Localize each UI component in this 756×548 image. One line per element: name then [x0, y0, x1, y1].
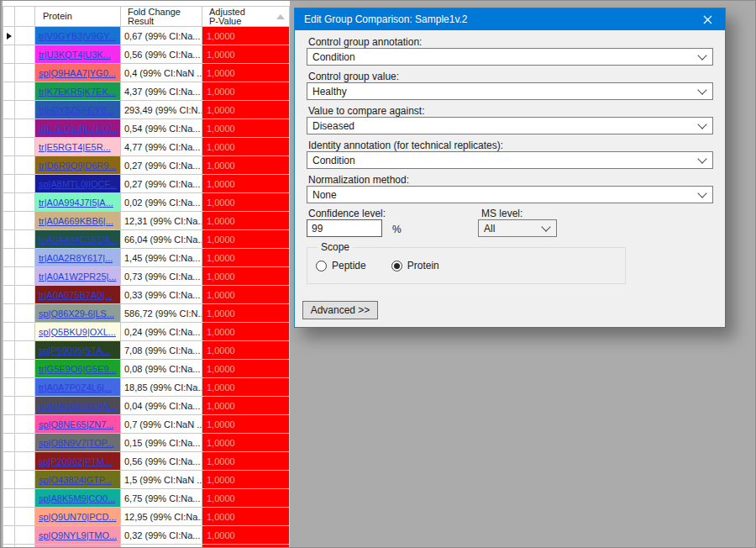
fold-change-cell: 0,27 (99% CI:Na... — [121, 156, 202, 175]
row-header-cell[interactable] — [3, 138, 15, 156]
protein-link[interactable]: sp|P59095|STA... — [39, 345, 110, 356]
protein-link[interactable]: sp|Q9UN70|PCD... — [39, 512, 117, 522]
protein-link[interactable]: tr|G5E9Q6|G5E9... — [39, 364, 117, 374]
column-header-protein[interactable]: Protein — [35, 6, 121, 27]
table-row: tr|A0A075B7A0|...0,33 (99% CI:Na...1,000… — [3, 286, 290, 304]
confidence-level-input[interactable]: 99 — [307, 219, 382, 237]
protein-cell: sp|Q9UN70|PCD... — [35, 508, 121, 526]
row-header-cell[interactable] — [3, 434, 15, 452]
row-header-cell[interactable] — [3, 27, 15, 45]
control-group-annotation-select[interactable]: Condition — [307, 48, 713, 66]
protein-radio[interactable] — [391, 261, 402, 271]
protein-link[interactable]: sp|Q86X29-6|LS... — [39, 308, 114, 319]
value-to-compare-select[interactable]: Diseased — [307, 117, 713, 134]
row-header-cell[interactable] — [3, 45, 15, 64]
protein-link[interactable]: sp|Q5BKU9|OXL... — [39, 327, 116, 337]
blank-cell — [15, 415, 35, 434]
protein-link[interactable]: tr|U3KQT4|U3K... — [39, 50, 111, 60]
protein-link[interactable]: sp|Q9HAA7|YG0... — [39, 68, 116, 78]
identity-annotation-select[interactable]: Condition — [307, 151, 713, 169]
protein-link[interactable]: sp|P20962|PTM... — [39, 456, 113, 466]
column-header-adjusted-pvalue[interactable]: AdjustedP-Value — [202, 6, 290, 27]
table-row: sp|Q86X29-6|LS...586,72 (99% CI:N...1,00… — [3, 304, 290, 323]
protein-cell: sp|Q86X29-6|LS... — [35, 304, 121, 323]
protein-link[interactable]: sp|Q9NYL9|TMO... — [39, 530, 117, 540]
fold-change-cell: 4,77 (99% CI:Na... — [121, 138, 202, 156]
scope-groupbox: Scope Peptide Protein — [307, 247, 626, 284]
row-header-cell[interactable] — [3, 193, 15, 212]
table-row: tr|A0A669KBB6|...12,31 (99% CI:Na...1,00… — [3, 212, 290, 230]
row-header-cell[interactable] — [3, 304, 15, 323]
row-header-cell[interactable] — [3, 489, 15, 508]
row-header-cell[interactable] — [3, 323, 15, 341]
close-button[interactable] — [690, 8, 725, 30]
row-header-cell[interactable] — [3, 156, 15, 175]
protein-cell: sp|P59095|STA... — [35, 341, 121, 360]
blank-cell — [15, 304, 35, 323]
protein-link[interactable]: tr|H0Y8Z5|H0Y8... — [39, 105, 113, 115]
normalization-method-select[interactable]: None — [307, 186, 713, 203]
value-to-compare-label: Value to compare against: — [308, 105, 425, 117]
row-header-cell[interactable] — [3, 378, 15, 397]
row-header-cell[interactable] — [3, 397, 15, 415]
protein-link[interactable]: tr|D6R9Q9|D6R9... — [39, 161, 117, 171]
protein-link[interactable]: sp|Q8NE65|ZN7... — [39, 419, 113, 429]
row-header-cell[interactable] — [3, 82, 15, 101]
row-header-cell[interactable] — [3, 526, 15, 545]
column-header-fold-change[interactable]: Fold ChangeResult — [121, 6, 202, 27]
dialog-title-bar: Edit Group Comparison: Sample1v.2 — [295, 8, 725, 30]
protein-link[interactable]: tr|A0A494C151|A... — [39, 234, 118, 245]
adjusted-pvalue-cell: 1,0000 — [202, 471, 290, 489]
peptide-radio[interactable] — [316, 261, 327, 271]
identity-annotation-label: Identity annotation (for technical repli… — [308, 140, 503, 151]
row-header-cell[interactable] — [3, 175, 15, 193]
row-header-cell[interactable] — [3, 286, 15, 304]
protein-link[interactable]: tr|A0A1W2PR25|... — [39, 271, 117, 282]
protein-link[interactable]: tr|E7EQE4|E7EQ... — [39, 124, 118, 134]
protein-cell: tr|D6R9Q9|D6R9... — [35, 156, 121, 175]
protein-link[interactable]: sp|O43824|GTP... — [39, 475, 112, 485]
row-header-cell[interactable] — [3, 471, 15, 489]
protein-cell: tr|V9GYB3|V9GY... — [35, 27, 121, 45]
row-header-cell[interactable] — [3, 101, 15, 119]
adjusted-pvalue-cell: 1,0000 — [202, 397, 290, 415]
protein-cell: sp|P20962|PTM... — [35, 452, 121, 471]
dialog-title: Edit Group Comparison: Sample1v.2 — [295, 13, 468, 25]
row-header-cell[interactable] — [3, 341, 15, 360]
protein-link[interactable]: sp|A8K5M9|CO0... — [39, 493, 115, 503]
protein-cell: sp|Q5BKU9|OXL... — [35, 323, 121, 341]
table-row: tr|A0A2R8Y617|...1,45 (99% CI:Na...1,000… — [3, 249, 290, 267]
row-header-cell[interactable] — [3, 452, 15, 471]
protein-link[interactable]: tr|A0A075B7A0|... — [39, 290, 113, 300]
protein-cell: tr|A0A994J7I5|A... — [35, 193, 121, 212]
protein-link[interactable]: sp|A8MTL0|IQCF... — [39, 179, 117, 189]
protein-link[interactable]: sp|Q8N9V7|TOP... — [39, 438, 114, 448]
protein-link[interactable]: tr|A0A2R8Y617|... — [39, 253, 113, 263]
row-header-cell[interactable] — [3, 508, 15, 526]
protein-link[interactable]: tr|A0A3B3ISX9|A... — [39, 401, 117, 411]
row-header-cell[interactable] — [3, 230, 15, 249]
protein-link[interactable]: tr|A0A7P0Z4L6|... — [39, 382, 112, 393]
protein-link[interactable]: tr|A0A669KBB6|... — [39, 216, 113, 226]
fold-change-cell: 0,27 (99% CI:Na... — [121, 175, 202, 193]
protein-cell: sp|Q9HAA7|YG0... — [35, 64, 121, 82]
row-header-cell[interactable] — [3, 212, 15, 230]
advanced-button[interactable]: Advanced >> — [302, 301, 378, 319]
app-window: Protein Fold ChangeResult AdjustedP-Valu… — [0, 0, 756, 548]
row-header-cell[interactable] — [3, 415, 15, 434]
row-header-cell[interactable] — [3, 249, 15, 267]
adjusted-pvalue-cell: 1,0000 — [202, 341, 290, 360]
row-header-cell[interactable] — [3, 267, 15, 286]
row-header-cell[interactable] — [3, 64, 15, 82]
table-row: sp|A8K5M9|CO0...6,75 (99% CI:Na...1,0000 — [3, 489, 290, 508]
control-group-value-select[interactable]: Healthy — [307, 82, 713, 100]
protein-link[interactable]: tr|K7EKR5|K7EK... — [39, 87, 116, 97]
row-header-cell[interactable] — [3, 119, 15, 138]
ms-level-select[interactable]: All — [478, 219, 557, 237]
adjusted-pvalue-cell: 1,0000 — [202, 526, 290, 545]
protein-link[interactable]: tr|V9GYB3|V9GY... — [39, 31, 116, 41]
row-header-cell[interactable] — [3, 360, 15, 378]
protein-link[interactable]: tr|E5RGT4|E5R... — [39, 142, 111, 152]
protein-link[interactable]: tr|A0A994J7I5|A... — [39, 198, 113, 208]
adjusted-pvalue-cell: 1,0000 — [202, 267, 290, 286]
